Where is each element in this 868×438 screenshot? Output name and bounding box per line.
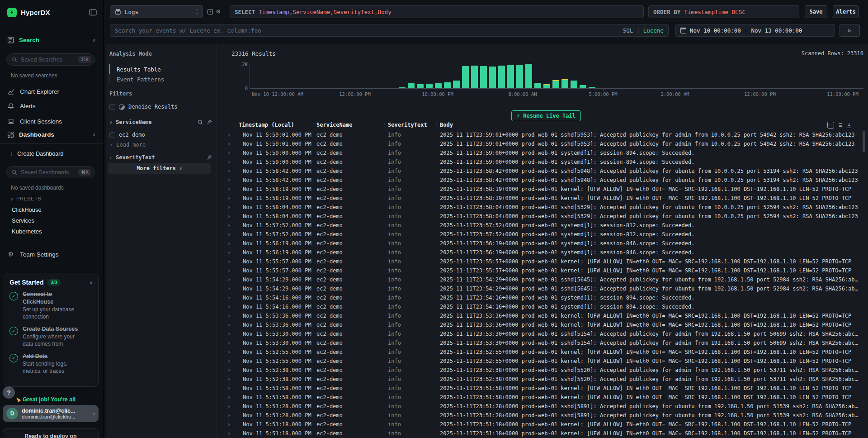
preset-services[interactable]: Services bbox=[12, 217, 34, 224]
expand-row-chevron-icon[interactable]: › bbox=[227, 402, 231, 411]
expand-row-chevron-icon[interactable]: › bbox=[227, 185, 231, 194]
source-settings-gear-icon[interactable]: ⚙ bbox=[216, 7, 220, 15]
histogram-bar[interactable] bbox=[453, 81, 460, 88]
expand-row-chevron-icon[interactable]: › bbox=[227, 157, 231, 167]
log-table-row[interactable]: › Nov 11 5:51:28.000 PM ec2-demo info 20… bbox=[106, 402, 868, 411]
log-table-row[interactable]: › Nov 11 5:54:29.000 PM ec2-demo info 20… bbox=[106, 275, 868, 284]
sidebar-item-alerts[interactable]: Alerts bbox=[7, 101, 96, 111]
preset-clickhouse[interactable]: ClickHouse bbox=[12, 206, 42, 213]
sidebar-item-chart-explorer[interactable]: Chart Explorer bbox=[7, 86, 96, 96]
histogram-bar[interactable] bbox=[498, 66, 505, 88]
histogram-bar[interactable] bbox=[580, 85, 586, 88]
log-table-row[interactable]: › Nov 11 5:51:18.000 PM ec2-demo info 20… bbox=[106, 420, 868, 429]
expand-row-chevron-icon[interactable]: › bbox=[227, 302, 231, 311]
expand-row-chevron-icon[interactable]: › bbox=[227, 338, 231, 348]
column-header-body[interactable]: Body bbox=[440, 122, 453, 128]
expand-row-chevron-icon[interactable]: › bbox=[227, 348, 231, 357]
expand-row-chevron-icon[interactable]: › bbox=[227, 203, 231, 212]
log-table-row[interactable]: › Nov 11 5:53:36.000 PM ec2-demo info 20… bbox=[106, 311, 868, 320]
preset-kubernetes[interactable]: Kubernetes bbox=[12, 228, 42, 235]
create-dashboard-button[interactable]: + Create Dashboard bbox=[10, 150, 63, 157]
chevron-up-icon[interactable]: ∧ bbox=[93, 132, 96, 137]
column-config-icon[interactable]: ·· bbox=[827, 122, 834, 129]
expand-row-chevron-icon[interactable]: › bbox=[227, 384, 231, 393]
log-table-row[interactable]: › Nov 11 5:58:04.000 PM ec2-demo info 20… bbox=[106, 203, 868, 212]
chevron-up-icon[interactable]: ∧ bbox=[93, 38, 96, 43]
table-scrollbar[interactable] bbox=[863, 131, 865, 437]
get-started-step[interactable]: ✓ Add Data Start sending logs, metrics, … bbox=[9, 352, 93, 375]
expand-row-chevron-icon[interactable]: › bbox=[227, 248, 231, 257]
lucene-search-input[interactable]: Search your events w/ Lucene ex. column:… bbox=[110, 24, 669, 37]
log-table-row[interactable]: › Nov 11 5:53:30.000 PM ec2-demo info 20… bbox=[106, 338, 868, 348]
source-select[interactable]: Logs ⌃⌃ bbox=[110, 5, 203, 18]
sidebar-item-team-settings[interactable]: ⚙ Team Settings bbox=[7, 249, 96, 259]
expand-row-chevron-icon[interactable]: › bbox=[227, 420, 231, 429]
histogram-bar[interactable] bbox=[534, 83, 541, 88]
expand-row-chevron-icon[interactable]: › bbox=[227, 194, 231, 203]
histogram-bar[interactable] bbox=[589, 87, 595, 88]
query-language-toggle[interactable]: SQL | Lucene bbox=[623, 27, 664, 34]
deploy-note-card[interactable]: Ready to deploy on bbox=[3, 428, 99, 438]
log-table-row[interactable]: › Nov 11 5:58:19.000 PM ec2-demo info 20… bbox=[106, 194, 868, 203]
order-by-input[interactable]: ORDER BY TimestampTime DESC bbox=[648, 5, 799, 18]
column-header-servicename[interactable]: ServiceName bbox=[316, 122, 352, 128]
scrollbar-thumb[interactable] bbox=[863, 131, 865, 152]
log-table-row[interactable]: › Nov 11 5:51:18.000 PM ec2-demo info 20… bbox=[106, 429, 868, 438]
expand-row-chevron-icon[interactable]: › bbox=[227, 221, 231, 230]
chevron-up-icon[interactable]: ∧ bbox=[90, 280, 93, 285]
expand-row-chevron-icon[interactable]: › bbox=[227, 375, 231, 384]
log-table-row[interactable]: › Nov 11 5:59:01.000 PM ec2-demo info 20… bbox=[106, 139, 868, 148]
histogram-bar[interactable] bbox=[489, 67, 496, 88]
histogram-bar[interactable] bbox=[444, 82, 451, 88]
histogram-bar[interactable] bbox=[471, 66, 478, 88]
log-table-row[interactable]: › Nov 11 5:57:52.000 PM ec2-demo info 20… bbox=[106, 230, 868, 239]
expand-row-chevron-icon[interactable]: › bbox=[227, 275, 231, 284]
alerts-button[interactable]: Alerts bbox=[833, 5, 859, 18]
column-header-severitytext[interactable]: SeverityText bbox=[388, 122, 427, 128]
log-table-row[interactable]: › Nov 11 5:53:30.000 PM ec2-demo info 20… bbox=[106, 329, 868, 338]
log-table-row[interactable]: › Nov 11 5:52:55.000 PM ec2-demo info 20… bbox=[106, 348, 868, 357]
sidebar-section-dashboards[interactable]: Dashboards ∧ bbox=[7, 129, 96, 139]
histogram-bar[interactable] bbox=[507, 65, 514, 88]
expand-row-chevron-icon[interactable]: › bbox=[227, 266, 231, 275]
log-table-row[interactable]: › Nov 11 5:52:55.000 PM ec2-demo info 20… bbox=[106, 357, 868, 366]
histogram-bar[interactable] bbox=[435, 83, 442, 88]
histogram-bar[interactable] bbox=[426, 84, 433, 88]
expand-row-chevron-icon[interactable]: › bbox=[227, 329, 231, 338]
histogram-bar[interactable] bbox=[543, 85, 550, 88]
sidebar-section-search[interactable]: Search ∧ bbox=[7, 35, 96, 45]
log-table-row[interactable]: › Nov 11 5:58:04.000 PM ec2-demo info 20… bbox=[106, 212, 868, 221]
expand-row-chevron-icon[interactable]: › bbox=[227, 130, 231, 139]
expand-row-chevron-icon[interactable]: › bbox=[227, 176, 231, 185]
sidebar-item-client-sessions[interactable]: Client Sessions bbox=[7, 116, 96, 126]
log-table-row[interactable]: › Nov 11 5:52:38.000 PM ec2-demo info 20… bbox=[106, 366, 868, 375]
log-table-row[interactable]: › Nov 11 5:51:58.000 PM ec2-demo info 20… bbox=[106, 393, 868, 402]
log-table-row[interactable]: › Nov 11 5:51:58.000 PM ec2-demo info 20… bbox=[106, 384, 868, 393]
user-account-button[interactable]: D dominic.tran@clic... dominic.tran@clic… bbox=[3, 405, 99, 422]
expand-row-chevron-icon[interactable]: › bbox=[227, 411, 231, 420]
histogram-bar[interactable] bbox=[462, 66, 469, 88]
log-table-row[interactable]: › Nov 11 5:54:29.000 PM ec2-demo info 20… bbox=[106, 284, 868, 293]
download-icon[interactable]: ↓ bbox=[847, 122, 851, 128]
expand-row-chevron-icon[interactable]: › bbox=[227, 357, 231, 366]
get-started-step[interactable]: ✓ Connect to ClickHouse Set up your data… bbox=[9, 290, 93, 320]
resume-live-tail-button[interactable]: ⚡ Resume Live Tail bbox=[511, 110, 581, 121]
row-density-icon[interactable]: ≡ bbox=[839, 121, 842, 129]
sidebar-collapse-icon[interactable] bbox=[89, 9, 97, 16]
histogram-bar[interactable] bbox=[417, 84, 424, 88]
histogram-bar[interactable] bbox=[561, 80, 568, 88]
expand-row-chevron-icon[interactable]: › bbox=[227, 257, 231, 266]
log-table-row[interactable]: › Nov 11 5:51:28.000 PM ec2-demo info 20… bbox=[106, 411, 868, 420]
log-table-row[interactable]: › Nov 11 5:59:00.000 PM ec2-demo info 20… bbox=[106, 157, 868, 167]
expand-row-chevron-icon[interactable]: › bbox=[227, 311, 231, 320]
presets-header[interactable]: ∨ PRESETS bbox=[10, 196, 41, 201]
table-source-icon-button[interactable] bbox=[207, 9, 213, 15]
log-table-row[interactable]: › Nov 11 5:52:38.000 PM ec2-demo info 20… bbox=[106, 375, 868, 384]
expand-row-chevron-icon[interactable]: › bbox=[227, 293, 231, 302]
log-table-row[interactable]: › Nov 11 5:58:42.000 PM ec2-demo info 20… bbox=[106, 176, 868, 185]
expand-row-chevron-icon[interactable]: › bbox=[227, 148, 231, 157]
expand-row-chevron-icon[interactable]: › bbox=[227, 366, 231, 375]
histogram-bar[interactable] bbox=[408, 83, 415, 88]
histogram-bar[interactable] bbox=[571, 81, 577, 88]
log-table-row[interactable]: › Nov 11 5:58:42.000 PM ec2-demo info 20… bbox=[106, 167, 868, 176]
